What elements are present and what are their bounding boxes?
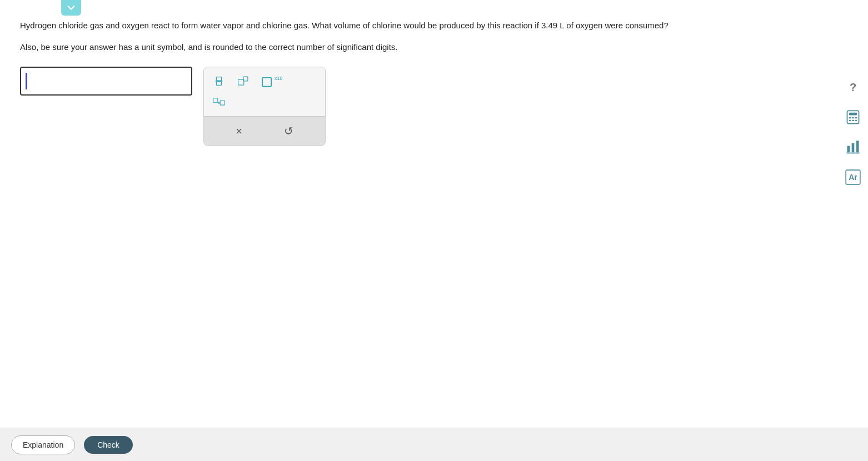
superscript-button[interactable] (236, 74, 251, 88)
svg-rect-15 (852, 120, 854, 121)
chart-icon[interactable] (844, 138, 862, 157)
svg-rect-14 (849, 120, 851, 121)
question-text: Hydrogen chloride gas and oxygen react t… (20, 19, 798, 32)
check-button[interactable]: Check (84, 436, 133, 454)
answer-section: x10 × ↺ (20, 67, 835, 146)
text-cursor (26, 73, 27, 89)
svg-rect-17 (847, 146, 850, 153)
x10n-button[interactable]: x10 (261, 74, 284, 88)
subscript-dot-button[interactable] (212, 95, 226, 109)
svg-rect-10 (849, 113, 857, 116)
bottom-bar: Explanation Check (0, 428, 868, 461)
question-area: Hydrogen chloride gas and oxygen react t… (20, 19, 835, 146)
svg-rect-18 (852, 143, 855, 152)
calculator-icon[interactable] (844, 108, 862, 127)
svg-rect-13 (855, 117, 857, 118)
svg-rect-12 (852, 117, 854, 118)
svg-rect-16 (855, 120, 857, 121)
svg-rect-8 (220, 101, 225, 105)
symbol-palette: x10 × ↺ (203, 67, 326, 146)
svg-rect-6 (213, 98, 218, 103)
collapse-chevron[interactable] (61, 0, 81, 16)
undo-button[interactable]: ↺ (278, 122, 299, 140)
clear-button[interactable]: × (230, 123, 248, 140)
explanation-button[interactable]: Explanation (11, 435, 75, 454)
palette-top: x10 (204, 67, 325, 116)
help-icon[interactable]: ? (844, 78, 862, 97)
palette-row-1: x10 (212, 74, 317, 88)
instruction-text: Also, be sure your answer has a unit sym… (20, 41, 835, 54)
right-sidebar: ? Ar (844, 78, 862, 187)
svg-rect-19 (856, 141, 859, 152)
fraction-button[interactable] (212, 74, 226, 88)
svg-rect-11 (849, 117, 851, 118)
svg-rect-0 (216, 77, 221, 81)
svg-rect-1 (216, 82, 221, 85)
svg-rect-3 (238, 79, 244, 85)
svg-text:Ar: Ar (849, 173, 857, 182)
svg-rect-5 (262, 78, 271, 87)
palette-row-2 (212, 95, 317, 109)
svg-point-7 (218, 102, 220, 104)
periodic-table-icon[interactable]: Ar (844, 168, 862, 187)
answer-input-box[interactable] (20, 67, 192, 96)
palette-actions: × ↺ (204, 116, 325, 146)
